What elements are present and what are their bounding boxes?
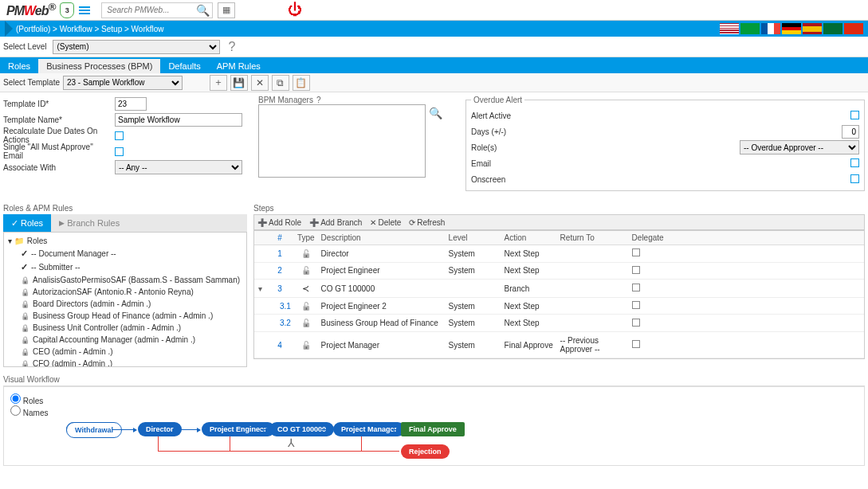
lock-icon xyxy=(21,311,29,320)
tab-apm[interactable]: APM Rules xyxy=(209,59,269,73)
single-approve-label: Single "All Must Approve" Email xyxy=(3,143,115,160)
check-icon xyxy=(21,248,28,259)
flag-br[interactable] xyxy=(740,23,760,34)
new-button[interactable]: ＋ xyxy=(210,75,227,91)
associate-label: Associate With xyxy=(3,163,115,172)
recalc-checkbox[interactable] xyxy=(115,131,124,140)
tree-root[interactable]: ▾ 📁 Roles xyxy=(6,235,244,247)
delete-button[interactable]: ✕ Delete xyxy=(370,218,401,227)
select-level-dropdown[interactable]: (System) xyxy=(53,40,220,54)
add-role-button[interactable]: ➕ Add Role xyxy=(257,218,301,227)
copy-button[interactable]: ⧉ xyxy=(272,75,289,91)
node-withdrawal[interactable]: Withdrawal xyxy=(66,422,122,438)
steps-title: Steps xyxy=(253,204,865,213)
lock-icon xyxy=(21,359,29,367)
radio-names[interactable]: Names xyxy=(10,409,48,417)
days-label: Days (+/-) xyxy=(471,127,527,136)
apps-icon[interactable]: ▦ xyxy=(218,2,235,18)
roles-tree[interactable]: ▾ 📁 Roles -- Document Manager ---- Submi… xyxy=(3,232,247,367)
od-email-checkbox[interactable] xyxy=(850,158,859,167)
tree-item[interactable]: Business Group Head of Finance (admin - … xyxy=(6,310,244,322)
select-level-label: Select Level xyxy=(3,42,46,51)
steps-grid[interactable]: # Type Description Level Action Return T… xyxy=(253,230,865,359)
associate-dropdown[interactable]: -- Any -- xyxy=(115,160,242,174)
paste-button[interactable]: 📋 xyxy=(293,75,310,91)
table-row[interactable]: 2Project EngineerSystemNext Step xyxy=(254,262,864,280)
tree-item[interactable]: CFO (admin - Admin .) xyxy=(6,358,244,367)
template-name-input[interactable] xyxy=(115,113,242,127)
bc-chevron-icon[interactable] xyxy=(5,21,13,37)
delete-button[interactable]: ✕ xyxy=(251,75,269,91)
help-icon[interactable]: ? xyxy=(316,96,321,104)
bpm-managers-label: BPM Managers xyxy=(258,96,313,104)
tree-item[interactable]: -- Submitter -- xyxy=(6,260,244,274)
search-icon[interactable]: 🔍 xyxy=(429,107,442,119)
template-name-label: Template Name* xyxy=(3,115,115,124)
tree-item[interactable]: -- Document Manager -- xyxy=(6,247,244,260)
select-template-label: Select Template xyxy=(3,78,60,87)
shield-badge: 3 xyxy=(60,2,74,18)
flag-cn[interactable] xyxy=(844,23,863,34)
tree-item[interactable]: CEO (admin - Admin .) xyxy=(6,346,244,358)
od-onscreen-checkbox[interactable] xyxy=(850,174,859,183)
node-director[interactable]: Director xyxy=(138,422,182,436)
table-row[interactable]: 3.1Project Engineer 2SystemNext Step xyxy=(254,297,864,315)
bpm-managers-box[interactable]: 🔍 xyxy=(258,104,426,178)
table-row[interactable]: 4Project ManagerSystemFinal Approve-- Pr… xyxy=(254,332,864,358)
lock-icon xyxy=(21,335,29,344)
tree-item[interactable]: Capital Accounting Manager (admin - Admi… xyxy=(6,334,244,346)
visual-title: Visual Workflow xyxy=(3,374,865,386)
alert-active-checkbox[interactable] xyxy=(850,111,859,119)
tree-item[interactable]: Business Unit Controller (admin - Admin … xyxy=(6,322,244,334)
save-button[interactable]: 💾 xyxy=(230,75,248,91)
select-template-dropdown[interactable]: 23 - Sample Workflow xyxy=(63,76,183,90)
refresh-button[interactable]: ⟳ Refresh xyxy=(409,218,445,227)
node-fa[interactable]: Final Approve xyxy=(401,422,465,436)
template-id-label: Template ID* xyxy=(3,100,115,108)
template-id-input[interactable] xyxy=(115,97,147,111)
flag-group[interactable] xyxy=(720,23,863,34)
tab-bpm[interactable]: Business Processes (BPM) xyxy=(38,59,160,73)
table-row[interactable]: 3.2Business Group Head of FinanceSystemN… xyxy=(254,315,864,332)
radio-roles[interactable]: Roles xyxy=(10,397,43,405)
tree-item[interactable]: AnalisisGastoPermisoSAF (Bassam.S - Bass… xyxy=(6,274,244,286)
main-tabs: Roles Business Processes (BPM) Defaults … xyxy=(0,57,868,73)
help-icon[interactable]: ? xyxy=(228,40,235,54)
alert-active-label: Alert Active xyxy=(471,111,527,120)
tab-roles[interactable]: Roles xyxy=(0,59,38,73)
check-icon xyxy=(21,262,28,272)
lock-icon xyxy=(21,347,29,356)
recalc-label: Recalculate Due Dates On Actions xyxy=(3,127,115,144)
visual-workflow-canvas: Roles Names Submitter Withdrawal Directo… xyxy=(3,386,865,466)
table-row[interactable]: 1DirectorSystemNext Step xyxy=(254,245,864,263)
power-icon[interactable]: ⏻ xyxy=(288,2,302,18)
breadcrumb: (Portfolio) > Workflow > Setup > Workflo… xyxy=(0,21,868,37)
flag-sa[interactable] xyxy=(823,23,842,34)
rules-panel-title: Roles & APM Rules xyxy=(3,204,247,213)
overdue-alert-group: Overdue Alert Alert Active Days (+/-) Ro… xyxy=(465,96,865,191)
search-icon[interactable]: 🔍 xyxy=(196,4,210,17)
od-email-label: Email xyxy=(471,159,527,168)
od-roles-dropdown[interactable]: -- Overdue Approver -- xyxy=(740,140,859,155)
lock-icon xyxy=(21,323,29,332)
subtab-branch-rules[interactable]: ▶Branch Rules xyxy=(51,214,128,232)
menu-icon[interactable] xyxy=(79,6,90,14)
od-roles-label: Role(s) xyxy=(471,143,527,152)
lock-icon xyxy=(21,299,29,308)
node-rejection[interactable]: Rejection xyxy=(401,444,450,459)
flag-es[interactable] xyxy=(803,23,822,34)
add-branch-button[interactable]: ➕ Add Branch xyxy=(309,218,362,227)
table-row[interactable]: ▾3CO GT 100000Branch xyxy=(254,280,864,298)
tree-item[interactable]: AutorizacionSAF (Antonio.R - Antonio Rey… xyxy=(6,286,244,298)
flag-fr[interactable] xyxy=(761,23,780,34)
flag-de[interactable] xyxy=(782,23,801,34)
od-onscreen-label: Onscreen xyxy=(471,175,527,184)
lock-icon xyxy=(21,288,29,296)
flag-us[interactable] xyxy=(720,23,739,34)
single-approve-checkbox[interactable] xyxy=(115,147,124,156)
tab-defaults[interactable]: Defaults xyxy=(160,59,208,73)
logo: PMWeb® xyxy=(6,1,55,18)
days-input[interactable] xyxy=(842,125,859,139)
tree-item[interactable]: Board Directors (admin - Admin .) xyxy=(6,298,244,310)
subtab-roles[interactable]: ✓Roles xyxy=(3,214,51,232)
